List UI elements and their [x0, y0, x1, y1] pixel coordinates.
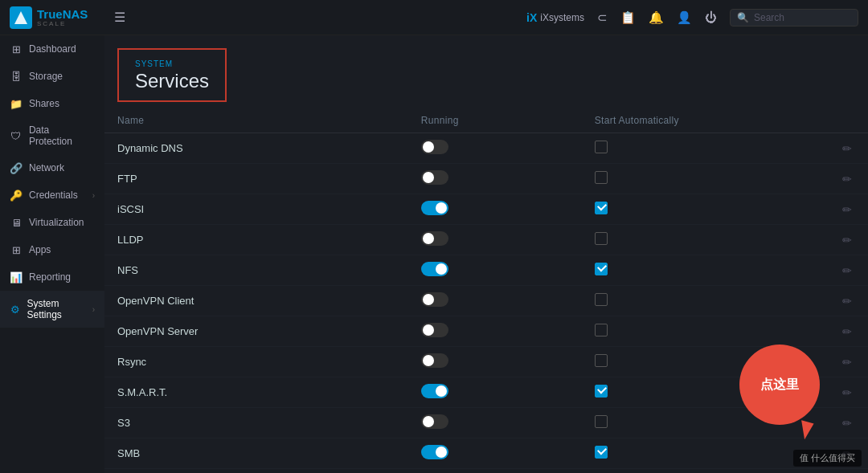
sidebar-item-network[interactable]: 🔗 Network [0, 154, 104, 181]
service-start-auto[interactable] [582, 225, 799, 255]
edit-icon[interactable]: ✏ [842, 234, 852, 247]
service-running[interactable] [408, 377, 582, 408]
service-running[interactable] [408, 225, 582, 255]
service-start-auto[interactable] [582, 194, 799, 225]
start-auto-checkbox[interactable] [595, 171, 608, 184]
sidebar-item-shares[interactable]: 📁 Shares [0, 90, 104, 117]
edit-icon[interactable]: ✏ [842, 325, 852, 338]
service-name: iSCSI [104, 194, 408, 225]
start-auto-checkbox[interactable] [595, 385, 608, 398]
service-start-auto[interactable] [582, 164, 799, 194]
service-name: Rsync [104, 347, 408, 377]
running-toggle[interactable] [421, 262, 448, 276]
service-action[interactable]: ✏ [799, 133, 868, 164]
hamburger-icon[interactable]: ☰ [114, 10, 125, 25]
clipboard-icon[interactable]: 📋 [620, 10, 636, 25]
sidebar-item-label: Virtualization [29, 217, 84, 228]
sidebar-item-label: Storage [29, 71, 63, 82]
table-row: Dynamic DNS ✏ [104, 133, 868, 164]
data-protection-icon: 🛡 [10, 129, 23, 142]
start-auto-checkbox[interactable] [595, 324, 608, 336]
service-action[interactable]: ✏ [799, 469, 868, 474]
edit-icon[interactable]: ✏ [842, 386, 852, 399]
service-running[interactable] [408, 255, 582, 286]
service-running[interactable] [408, 469, 582, 474]
credentials-icon: 🔑 [10, 189, 23, 202]
table-row: OpenVPN Client ✏ [104, 286, 868, 316]
service-action[interactable]: ✏ [799, 255, 868, 286]
service-start-auto[interactable] [582, 286, 799, 316]
service-running[interactable] [408, 408, 582, 438]
start-auto-checkbox[interactable] [595, 202, 608, 214]
search-box[interactable]: 🔍 [730, 9, 858, 27]
running-toggle[interactable] [421, 292, 448, 307]
annotation-bubble: 点这里 [739, 345, 820, 425]
storage-icon: 🗄 [10, 70, 23, 83]
edit-icon[interactable]: ✏ [842, 295, 852, 308]
power-icon[interactable]: ⏻ [705, 10, 717, 24]
service-action[interactable]: ✏ [799, 286, 868, 316]
start-auto-checkbox[interactable] [595, 415, 608, 428]
service-running[interactable] [408, 347, 582, 377]
edit-icon[interactable]: ✏ [842, 356, 852, 369]
sidebar-item-storage[interactable]: 🗄 Storage [0, 63, 104, 90]
service-name: LLDP [104, 225, 408, 255]
service-start-auto[interactable] [582, 438, 799, 469]
service-running[interactable] [408, 316, 582, 347]
logo: TrueNAS SCALE [0, 0, 104, 35]
edit-icon[interactable]: ✏ [842, 142, 852, 155]
watermark: 值 什么值得买 [793, 450, 862, 467]
start-auto-checkbox[interactable] [595, 293, 608, 306]
user-icon[interactable]: 👤 [677, 10, 692, 25]
service-start-auto[interactable] [582, 133, 799, 164]
running-toggle[interactable] [421, 170, 448, 185]
service-running[interactable] [408, 438, 582, 469]
service-start-auto[interactable] [582, 255, 799, 286]
running-toggle[interactable] [421, 445, 448, 459]
sidebar-item-dashboard[interactable]: ⊞ Dashboard [0, 35, 104, 63]
service-name: OpenVPN Server [104, 316, 408, 347]
system-settings-icon: ⚙ [10, 303, 21, 316]
search-icon: 🔍 [737, 12, 749, 23]
sidebar-item-reporting[interactable]: 📊 Reporting [0, 263, 104, 291]
ixsystems-logo: iX iXsystems [526, 11, 584, 24]
sidebar-item-data-protection[interactable]: 🛡 Data Protection [0, 117, 104, 154]
bell-icon[interactable]: 🔔 [649, 10, 664, 25]
edit-icon[interactable]: ✏ [842, 173, 852, 186]
service-running[interactable] [408, 133, 582, 164]
start-auto-checkbox[interactable] [595, 354, 608, 367]
start-auto-checkbox[interactable] [595, 232, 608, 245]
running-toggle[interactable] [421, 140, 448, 154]
start-auto-checkbox[interactable] [595, 446, 608, 459]
service-action[interactable]: ✏ [799, 164, 868, 194]
running-toggle[interactable] [421, 231, 448, 246]
service-start-auto[interactable] [582, 469, 799, 474]
service-running[interactable] [408, 286, 582, 316]
running-toggle[interactable] [421, 384, 448, 398]
sidebar-item-label: Network [29, 162, 64, 173]
service-running[interactable] [408, 194, 582, 225]
service-action[interactable]: ✏ [799, 194, 868, 225]
start-auto-checkbox[interactable] [595, 263, 608, 275]
virtualization-icon: 🖥 [10, 216, 23, 229]
sidebar-item-label: Credentials [29, 190, 78, 201]
service-action[interactable]: ✏ [799, 225, 868, 255]
running-toggle[interactable] [421, 353, 448, 368]
service-start-auto[interactable] [582, 316, 799, 347]
running-toggle[interactable] [421, 414, 448, 429]
service-running[interactable] [408, 164, 582, 194]
edit-icon[interactable]: ✏ [842, 417, 852, 430]
table-row: iSCSI ✏ [104, 194, 868, 225]
edit-icon[interactable]: ✏ [842, 203, 852, 216]
running-toggle[interactable] [421, 323, 448, 337]
sidebar-item-apps[interactable]: ⊞ Apps [0, 236, 104, 263]
edit-icon[interactable]: ✏ [842, 264, 852, 277]
service-action[interactable]: ✏ [799, 316, 868, 347]
sidebar-item-system-settings[interactable]: ⚙ System Settings › [0, 291, 104, 328]
start-auto-checkbox[interactable] [595, 141, 608, 153]
sidebar-item-credentials[interactable]: 🔑 Credentials › [0, 181, 104, 209]
search-input[interactable] [754, 12, 851, 23]
git-icon[interactable]: ⊂ [597, 10, 608, 25]
sidebar-item-virtualization[interactable]: 🖥 Virtualization [0, 209, 104, 236]
running-toggle[interactable] [421, 201, 448, 215]
